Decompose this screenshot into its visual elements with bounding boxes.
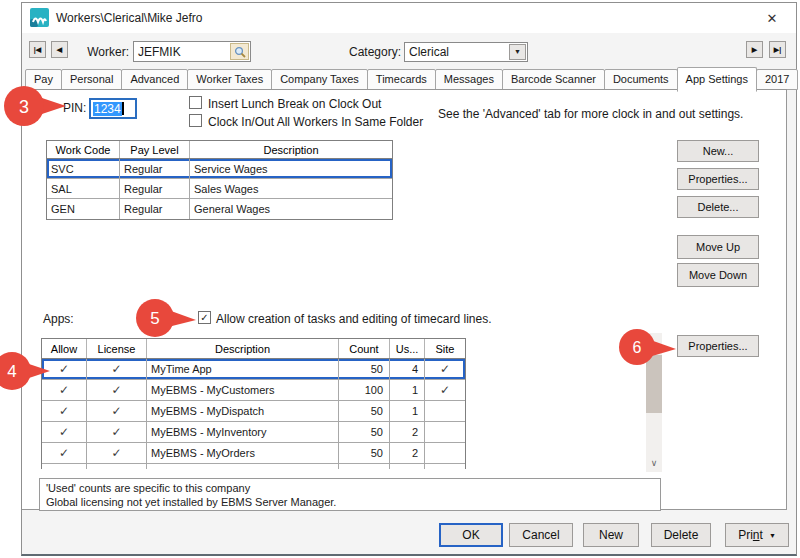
check-icon: ✓ — [440, 362, 450, 376]
tab-worker-taxes[interactable]: Worker Taxes — [187, 69, 272, 90]
clock-all-workers-label: Clock In/Out All Workers In Same Folder — [208, 115, 423, 129]
check-icon: ✓ — [111, 446, 121, 460]
print-label-end: t — [760, 528, 763, 542]
cancel-button[interactable]: Cancel — [509, 523, 573, 547]
tab-timecards[interactable]: Timecards — [367, 69, 436, 90]
license-col-header: License — [87, 339, 147, 358]
print-label: Pri — [738, 528, 753, 542]
apps-row-myinventory[interactable]: ✓ ✓ MyEBMS - MyInventory 50 2 — [42, 422, 465, 443]
move-up-button[interactable]: Move Up — [677, 235, 759, 259]
apps-row-myorders[interactable]: ✓ ✓ MyEBMS - MyOrders 50 2 — [42, 443, 465, 464]
clock-all-workers-checkbox[interactable] — [189, 114, 202, 127]
work-code-col-header: Work Code — [47, 141, 120, 158]
work-code-row-svc[interactable]: SVC Regular Service Wages — [47, 159, 392, 179]
apps-row-mydispatch[interactable]: ✓ ✓ MyEBMS - MyDispatch 50 1 — [42, 401, 465, 422]
text-caret — [122, 102, 124, 115]
chevron-down-icon[interactable]: ▼ — [509, 44, 526, 60]
check-icon: ✓ — [111, 425, 121, 439]
description-col-header: Description — [147, 339, 339, 358]
new-record-button[interactable]: New — [583, 523, 639, 547]
allow-tasks-label: Allow creation of tasks and editing of t… — [216, 312, 491, 326]
apps-row-mycustomers[interactable]: ✓ ✓ MyEBMS - MyCustomers 100 1 ✓ — [42, 380, 465, 401]
next-record-button[interactable]: ▶ — [746, 41, 763, 58]
new-button[interactable]: New... — [677, 140, 759, 162]
tab-strip: Pay Personal Advanced Worker Taxes Compa… — [25, 67, 791, 90]
worker-value: JEFMIK — [134, 45, 230, 59]
tab-2017[interactable]: 2017 — [756, 69, 798, 90]
worker-input[interactable]: JEFMIK — [133, 41, 251, 62]
search-icon[interactable] — [230, 43, 249, 60]
description-col-header: Description — [190, 141, 392, 158]
scrollbar-thumb[interactable] — [646, 355, 662, 413]
work-code-row-sal[interactable]: SAL Regular Sales Wages — [47, 179, 392, 199]
check-icon: ✓ — [59, 467, 69, 469]
category-select[interactable]: Clerical ▼ — [404, 42, 528, 62]
close-icon[interactable]: ✕ — [762, 9, 782, 29]
tab-barcode-scanner[interactable]: Barcode Scanner — [502, 69, 605, 90]
cell-desc: MyEBMS - MyOrders — [147, 443, 339, 463]
screenshot-canvas: Workers\Clerical\Mike Jefro ✕ |◀ ◀ Worke… — [0, 0, 800, 558]
prev-record-button[interactable]: ◀ — [51, 41, 68, 58]
advanced-note: See the 'Advanced' tab for more clock in… — [438, 107, 743, 121]
tab-personal[interactable]: Personal — [61, 69, 122, 90]
scroll-down-icon[interactable]: ∨ — [646, 457, 662, 472]
apps-table: Allow License Description Count Us... Si… — [41, 338, 466, 469]
check-icon: ✓ — [111, 467, 121, 469]
cell-count: 50 — [339, 422, 390, 442]
apps-properties-button[interactable]: Properties... — [677, 335, 759, 357]
used-col-header: Us... — [390, 339, 425, 358]
check-icon: ✓ — [111, 383, 121, 397]
ebms-app-icon — [30, 8, 49, 27]
cell-code: SAL — [47, 179, 120, 198]
cell-desc: Service Wages — [190, 159, 392, 178]
lunch-break-checkbox[interactable] — [189, 96, 202, 109]
tab-app-settings[interactable]: App Settings — [677, 67, 757, 92]
delete-button[interactable]: Delete... — [677, 196, 759, 218]
cell-desc: MyEBMS - MyCustomers — [147, 380, 339, 400]
cell-used: 2 — [390, 443, 425, 463]
move-down-button[interactable]: Move Down — [677, 263, 759, 287]
worker-label: Worker: — [82, 45, 129, 59]
properties-button[interactable]: Properties... — [677, 168, 759, 190]
cell-desc: MyEBMS - MyDispatch — [147, 401, 339, 421]
cell-desc: MyTime App — [147, 359, 339, 379]
cell-used: 2 — [390, 422, 425, 442]
cell-level: Regular — [120, 199, 190, 219]
cell-desc: General Wages — [190, 199, 392, 219]
tab-documents[interactable]: Documents — [604, 69, 678, 90]
tab-advanced[interactable]: Advanced — [121, 69, 188, 90]
apps-label: Apps: — [43, 312, 74, 326]
app-settings-panel: PIN: 1234 Insert Lunch Break on Clock Ou… — [22, 89, 787, 510]
cell-used: 1 — [390, 401, 425, 421]
pay-level-col-header: Pay Level — [120, 141, 190, 158]
delete-record-button[interactable]: Delete — [651, 523, 711, 547]
print-button[interactable]: Print ▼ — [725, 523, 789, 547]
tab-messages[interactable]: Messages — [435, 69, 503, 90]
svg-text:4: 4 — [7, 362, 16, 381]
pin-input[interactable]: 1234 — [89, 98, 137, 119]
license-note-line1: 'Used' counts are specific to this compa… — [46, 481, 654, 495]
first-record-button[interactable]: |◀ — [29, 41, 46, 58]
license-note-line2: Global licensing not yet installed by EB… — [46, 495, 654, 509]
category-value: Clerical — [405, 45, 509, 59]
ok-button[interactable]: OK — [439, 523, 503, 547]
cell-level: Regular — [120, 179, 190, 198]
allow-tasks-checkbox[interactable]: ✓ — [198, 311, 211, 324]
tab-pay[interactable]: Pay — [25, 69, 62, 90]
work-code-row-gen[interactable]: GEN Regular General Wages — [47, 199, 392, 219]
last-record-button[interactable]: ▶| — [769, 41, 786, 58]
check-icon: ✓ — [111, 404, 121, 418]
site-col-header: Site — [425, 339, 465, 358]
check-icon: ✓ — [59, 404, 69, 418]
pin-label: PIN: — [63, 101, 86, 115]
apps-row-partial[interactable]: ✓ ✓ MyEBMS - My… 50 2 — [42, 464, 465, 469]
apps-scrollbar[interactable]: ∨ — [646, 333, 662, 472]
license-note: 'Used' counts are specific to this compa… — [39, 478, 661, 511]
pin-value: 1234 — [93, 102, 122, 116]
check-icon: ✓ — [59, 425, 69, 439]
apps-row-mytime[interactable]: ✓ ✓ MyTime App 50 4 ✓ — [42, 359, 465, 380]
tab-company-taxes[interactable]: Company Taxes — [271, 69, 368, 90]
lunch-break-label: Insert Lunch Break on Clock Out — [208, 97, 381, 111]
check-icon: ✓ — [59, 362, 69, 376]
print-dropdown-icon[interactable]: ▼ — [769, 532, 776, 539]
